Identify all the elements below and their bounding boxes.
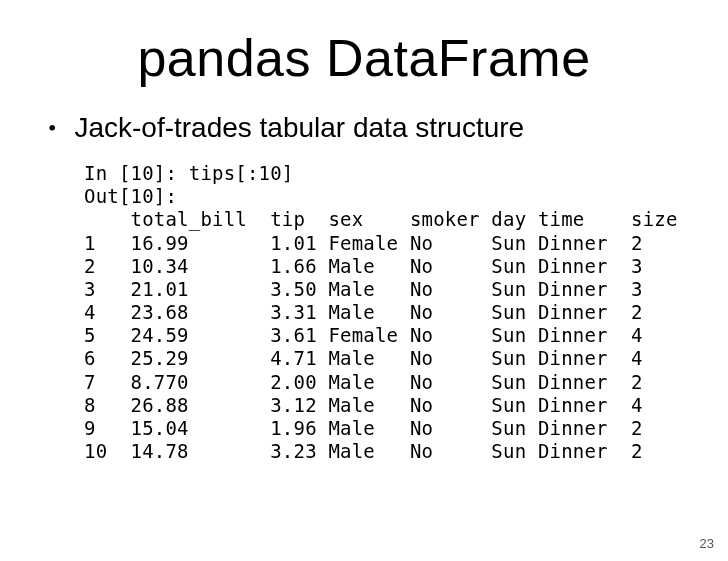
slide-container: pandas DataFrame • Jack-of-trades tabula… bbox=[0, 0, 728, 561]
page-number: 23 bbox=[700, 536, 714, 551]
code-block: In [10]: tips[:10] Out[10]: total_bill t… bbox=[84, 162, 688, 463]
bullet-text: Jack-of-trades tabular data structure bbox=[74, 112, 524, 144]
code-output-label: Out[10]: bbox=[84, 185, 177, 207]
code-input-line: In [10]: tips[:10] bbox=[84, 162, 294, 184]
bullet-icon: • bbox=[48, 116, 56, 140]
slide-title: pandas DataFrame bbox=[40, 28, 688, 88]
code-table: total_bill tip sex smoker day time size … bbox=[84, 208, 678, 462]
bullet-row: • Jack-of-trades tabular data structure bbox=[48, 112, 688, 144]
